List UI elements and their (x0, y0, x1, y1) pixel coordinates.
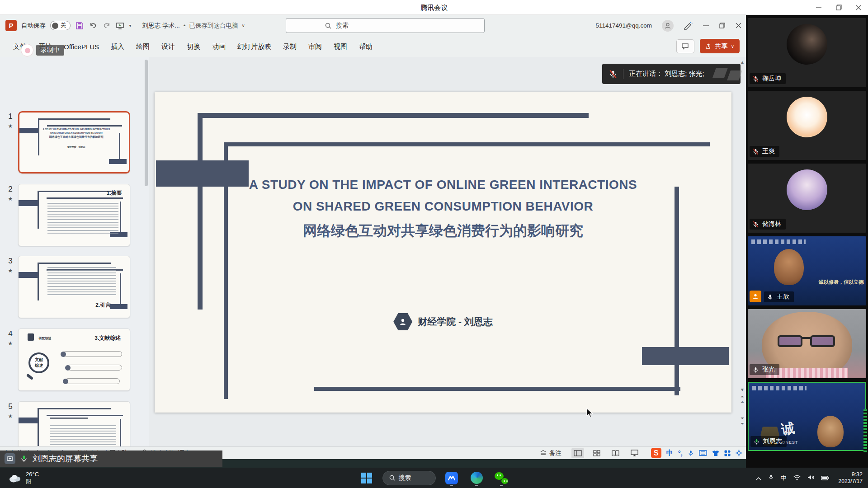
current-slide[interactable]: A STUDY ON THE IMPACT OF ONLINE GREEN IN… (155, 92, 731, 413)
ribbon-tab-animations[interactable]: 动画 (206, 39, 231, 55)
participant-tile[interactable]: 王爽 (748, 91, 866, 160)
ime-settings-icon[interactable] (736, 450, 742, 456)
ribbon-tab-officeplus[interactable]: OfficePLUS (58, 39, 105, 54)
account-avatar[interactable] (662, 20, 674, 32)
participant-tile-active-speaker[interactable]: 诚 HONEST 刘恩志 (748, 382, 866, 451)
redo-icon[interactable] (102, 21, 111, 30)
taskbar-clock[interactable]: 9:32 2023/7/17 (839, 471, 863, 485)
tray-battery-icon[interactable] (821, 474, 829, 482)
recording-indicator: 录制中 (21, 44, 64, 56)
slide-thumbnail-2[interactable]: 1.摘要 (18, 184, 130, 246)
quick-access-more-icon[interactable]: ▾ (129, 23, 132, 28)
screen-share-banner: 刘恩志的屏幕共享 (0, 450, 222, 467)
tray-wifi-icon[interactable] (793, 474, 801, 482)
taskbar-weather-widget[interactable]: 26°C 阴 (8, 471, 39, 485)
recording-label: 录制中 (36, 45, 64, 56)
ribbon-tab-slideshow[interactable]: 幻灯片放映 (231, 39, 277, 55)
next-slide-icon[interactable]: ⏷⏷ (740, 416, 745, 427)
thumb-1-animation-star-icon: ★ (5, 123, 15, 129)
meeting-maximize-button[interactable] (835, 5, 842, 11)
ribbon-tab-insert[interactable]: 插入 (105, 39, 130, 55)
ribbon-tab-transitions[interactable]: 切换 (181, 39, 206, 55)
save-icon[interactable] (75, 21, 84, 30)
ime-punctuation-icon[interactable]: °, (678, 449, 683, 457)
sogou-ime-toolbar: S 中 °, (651, 448, 742, 458)
sogou-logo-icon[interactable]: S (651, 448, 661, 458)
meeting-watermark (712, 67, 743, 82)
tray-ime-indicator[interactable]: 中 (781, 474, 787, 482)
thumbnail-scrollbar[interactable] (145, 60, 148, 186)
thumb-4-sub-label: 研究综述 (38, 336, 51, 341)
participant-tile[interactable]: 储海林 (748, 164, 866, 233)
participant-video-face (817, 416, 844, 447)
start-button[interactable] (358, 469, 376, 487)
ribbon-tab-view[interactable]: 视图 (328, 39, 353, 55)
taskbar-app-wechat[interactable] (492, 469, 510, 487)
thumb-3-heading: 2.引言 (95, 301, 111, 309)
comments-button[interactable] (676, 39, 694, 53)
slideshow-view-button[interactable] (628, 448, 641, 458)
participant-tile[interactable]: 张光 (748, 309, 866, 378)
taskbar-app-edge[interactable] (467, 469, 486, 487)
scroll-up-icon[interactable]: ▲ (740, 60, 745, 65)
participant-name: 储海林 (762, 220, 781, 228)
tray-expand-icon[interactable] (756, 474, 761, 482)
ime-mode-indicator[interactable]: 中 (666, 449, 673, 457)
thumb-1-title-zh: 网络绿色互动对共享绿色消费行为的影响研究 (33, 135, 120, 139)
autosave-toggle[interactable]: 关 (50, 21, 71, 30)
participant-tile[interactable]: 诚以修身，信以立德 王欣 (748, 236, 866, 305)
mic-icon (752, 366, 759, 374)
slide-thumbnail-1[interactable]: A STUDY ON THE IMPACT OF ONLINE GREEN IN… (18, 111, 130, 174)
slideshow-quick-icon[interactable] (116, 21, 125, 30)
ribbon-tab-draw[interactable]: 绘图 (130, 39, 156, 55)
taskbar-app-tencent-meeting[interactable] (443, 469, 461, 487)
ppt-filename[interactable]: 刘恩志-学术... (142, 22, 180, 30)
previous-slide-icon[interactable]: ⏶⏶ (740, 394, 745, 405)
meeting-close-button[interactable] (855, 5, 862, 11)
ime-mic-icon[interactable] (688, 450, 694, 457)
reading-view-button[interactable] (609, 448, 622, 458)
muted-mic-icon (752, 148, 759, 155)
ime-skin-icon[interactable] (712, 450, 719, 456)
slide-thumbnail-3[interactable]: 2.引言 (18, 256, 130, 318)
ribbon-tab-review[interactable]: 审阅 (302, 39, 328, 55)
slide-accent-bar (224, 142, 710, 146)
ribbon-tab-help[interactable]: 帮助 (353, 39, 378, 55)
thumb-4-heading: 3.文献综述 (94, 334, 121, 342)
inking-pen-icon[interactable] (684, 21, 693, 30)
ppt-search-box[interactable]: 搜索 (286, 18, 485, 33)
meeting-minimize-button[interactable] (816, 5, 822, 11)
account-email[interactable]: 511417491@qq.com (595, 22, 652, 29)
share-button[interactable]: 共享 ∨ (700, 39, 740, 53)
autosave-toggle-knob (52, 23, 58, 29)
saved-status-chevron-icon: ∨ (242, 23, 245, 28)
saved-status[interactable]: 已保存到这台电脑 (189, 22, 238, 30)
thumb-1-author: 财经学院 - 刘恩志 (33, 145, 120, 148)
ribbon-tab-row: 文件 开始 OfficePLUS 插入 绘图 设计 切换 动画 幻灯片放映 录制… (0, 36, 746, 57)
slide-canvas: A STUDY ON THE IMPACT OF ONLINE GREEN IN… (149, 57, 746, 446)
ribbon-tab-design[interactable]: 设计 (156, 39, 181, 55)
slide-thumbnail-4[interactable]: 研究综述 3.文献综述 文献 综述 (18, 328, 130, 391)
ppt-restore-button[interactable] (719, 23, 725, 29)
thumb-2-body-text (47, 203, 118, 235)
slide-sorter-view-button[interactable] (590, 448, 603, 458)
participant-name: 刘恩志 (763, 437, 782, 446)
scroll-down-icon[interactable]: ▼ (740, 387, 745, 392)
ppt-close-button[interactable] (735, 23, 741, 29)
taskbar-search[interactable]: 搜索 (382, 471, 436, 485)
normal-view-button[interactable] (571, 448, 584, 458)
clock-time: 9:32 (839, 471, 863, 478)
ppt-minimize-button[interactable] (703, 23, 709, 29)
undo-icon[interactable] (89, 21, 98, 30)
canvas-scrollbar[interactable]: ▲ ▼ ⏶⏶ ⏷⏷ (739, 57, 746, 446)
tray-volume-icon[interactable] (807, 474, 814, 482)
ime-toolbox-icon[interactable] (724, 450, 731, 456)
ribbon-tab-record[interactable]: 录制 (277, 39, 302, 55)
thumb-4-magnifier-icon: 文献 综述 (28, 352, 49, 373)
notes-button[interactable]: 备注 (540, 449, 561, 457)
wechat-icon (495, 472, 508, 484)
ime-keyboard-icon[interactable] (699, 450, 707, 456)
tencent-meeting-icon (445, 472, 458, 484)
tray-mic-icon[interactable] (768, 474, 774, 483)
participant-tile[interactable]: 鞠岳坤 (748, 18, 866, 87)
